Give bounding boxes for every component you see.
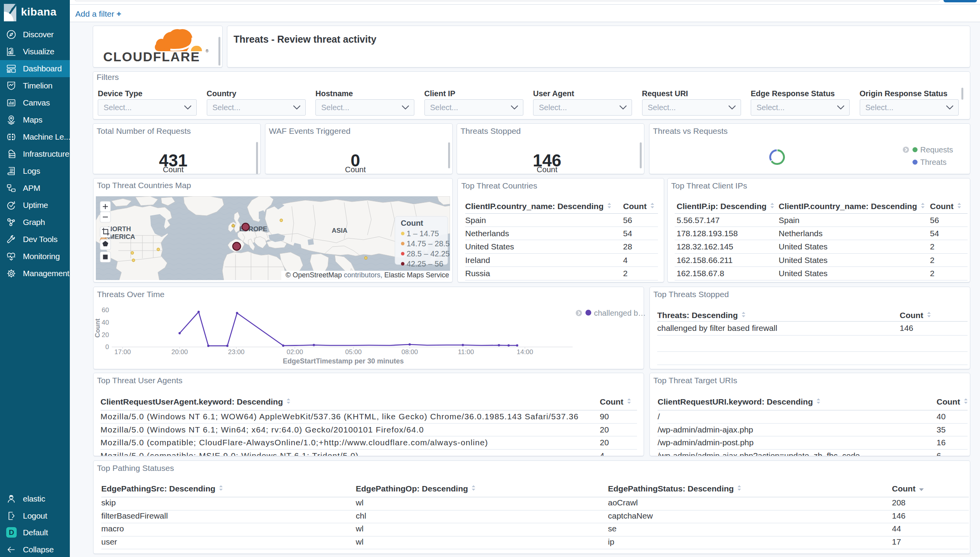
svg-text:CLOUDFLARE: CLOUDFLARE bbox=[103, 50, 200, 64]
svg-text:20:00: 20:00 bbox=[171, 348, 188, 356]
svg-text:40: 40 bbox=[102, 319, 109, 326]
svg-text:42.25 – 56: 42.25 – 56 bbox=[407, 259, 443, 268]
svg-text:Count: Count bbox=[94, 318, 101, 337]
svg-text:05:00: 05:00 bbox=[345, 348, 362, 356]
svg-text:14:00: 14:00 bbox=[517, 348, 533, 356]
svg-text:11:00: 11:00 bbox=[458, 348, 474, 356]
svg-text:0: 0 bbox=[106, 343, 109, 351]
svg-text:EdgeStartTimestamp per 30 minu: EdgeStartTimestamp per 30 minutes bbox=[283, 357, 404, 365]
svg-text:© OpenStreetMap contributors,: © OpenStreetMap contributors, Elastic Ma… bbox=[286, 271, 449, 279]
svg-text:23:00: 23:00 bbox=[228, 348, 245, 356]
svg-text:17:00: 17:00 bbox=[114, 348, 131, 356]
svg-text:14.75 – 28.5: 14.75 – 28.5 bbox=[407, 239, 450, 248]
svg-text:08:00: 08:00 bbox=[402, 348, 418, 356]
svg-text:NORTH: NORTH bbox=[107, 225, 131, 233]
svg-text:®: ® bbox=[206, 49, 209, 53]
svg-text:60: 60 bbox=[102, 306, 109, 314]
svg-text:1 – 14.75: 1 – 14.75 bbox=[407, 229, 439, 238]
svg-text:Count: Count bbox=[401, 219, 423, 227]
svg-text:02:00: 02:00 bbox=[287, 348, 303, 356]
svg-text:20: 20 bbox=[102, 331, 109, 339]
svg-text:28.5 – 42.25: 28.5 – 42.25 bbox=[407, 249, 450, 258]
svg-text:ASIA: ASIA bbox=[332, 227, 348, 234]
